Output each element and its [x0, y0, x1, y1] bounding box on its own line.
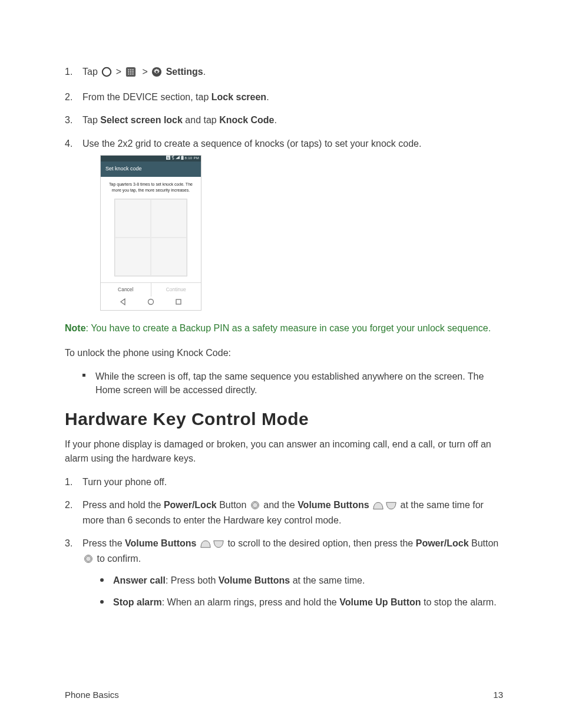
bluetooth-icon — [171, 156, 174, 162]
hw2-mid1: Button — [217, 500, 249, 510]
list-item: While the screen is off, tap the same se… — [82, 370, 503, 397]
apps-grid-icon — [125, 67, 136, 81]
volume-buttons-label-2: Volume Buttons — [125, 538, 196, 548]
hw-step-1: Turn your phone off. — [65, 475, 503, 489]
footer-section: Phone Basics — [65, 690, 119, 700]
knock-grid-cell — [151, 199, 187, 238]
step-3: Tap Select screen lock and tap Knock Cod… — [65, 113, 503, 127]
svg-rect-18 — [176, 299, 181, 304]
svg-point-4 — [132, 69, 133, 70]
volume-up-icon — [200, 538, 211, 552]
hardware-key-heading: Hardware Key Control Mode — [65, 409, 503, 429]
svg-point-3 — [130, 69, 131, 70]
recents-nav-icon — [175, 298, 182, 308]
knock-grid-cell — [151, 238, 187, 276]
volume-buttons-label-3: Volume Buttons — [219, 575, 290, 585]
hw-step-1-text: Turn your phone off. — [82, 477, 167, 487]
nfc-icon: N — [166, 156, 170, 162]
list-item: Answer call: Press both Volume Buttons a… — [100, 574, 503, 587]
svg-point-9 — [130, 73, 131, 74]
svg-point-10 — [132, 73, 133, 74]
step-3-mid: and tap — [183, 115, 219, 125]
home-nav-icon — [147, 298, 154, 308]
svg-point-2 — [128, 69, 129, 70]
svg-point-8 — [128, 73, 129, 74]
status-time: 8:10 PM — [185, 156, 199, 161]
note-text: : You have to create a Backup PIN as a s… — [86, 323, 491, 333]
phone-title-bar: Set knock code — [101, 162, 201, 177]
settings-gear-icon — [151, 67, 162, 81]
step-2-pre: From the DEVICE section, tap — [82, 92, 211, 102]
hw-step-3: Press the Volume Buttons to scroll to th… — [65, 536, 503, 609]
step-3-post: . — [275, 115, 277, 125]
battery-icon — [181, 156, 184, 162]
footer-page-number: 13 — [493, 690, 503, 700]
hw2-mid2: and the — [261, 500, 297, 510]
stop-alarm-t2: to stop the alarm. — [421, 597, 497, 607]
stop-alarm-label: Stop alarm — [113, 597, 162, 607]
step-1: Tap > > — [65, 65, 503, 81]
step-3-pre: Tap — [82, 115, 100, 125]
hw3-pre: Press the — [82, 538, 125, 548]
separator-1: > — [116, 67, 121, 77]
settings-label: Settings — [166, 67, 203, 77]
unlock-intro: To unlock the phone using Knock Code: — [65, 346, 503, 360]
separator-2: > — [142, 67, 147, 77]
knock-grid-cell — [115, 199, 151, 238]
steps-list-hardware-key: Turn your phone off. Press and hold the … — [65, 475, 503, 609]
svg-point-17 — [148, 299, 153, 304]
svg-point-0 — [103, 68, 111, 76]
knock-code-label: Knock Code — [219, 115, 274, 125]
note-label: Note — [65, 323, 86, 333]
svg-point-5 — [128, 71, 129, 73]
step-4: Use the 2x2 grid to create a sequence of… — [65, 137, 503, 311]
power-lock-label: Power/Lock — [164, 500, 217, 510]
home-circle-icon — [101, 67, 112, 81]
step-4-text: Use the 2x2 grid to create a sequence of… — [82, 139, 421, 149]
phone-screenshot: N 8:10 PM Set knock code Tap quarters 3-… — [100, 155, 201, 311]
lock-screen-label: Lock screen — [211, 92, 266, 102]
stop-alarm-t1: : When an alarm rings, press and hold th… — [162, 597, 340, 607]
cancel-button-image: Cancel — [101, 283, 151, 296]
volume-up-button-label: Volume Up Button — [339, 597, 421, 607]
hw3-mid1: to scroll to the desired option, then pr… — [225, 538, 416, 548]
step-1-end: . — [203, 67, 206, 77]
step-2: From the DEVICE section, tap Lock screen… — [65, 90, 503, 104]
hw2-pre: Press and hold the — [82, 500, 164, 510]
unlock-bullet-list: While the screen is off, tap the same se… — [65, 370, 503, 397]
volume-down-icon — [386, 500, 396, 513]
signal-icon — [176, 156, 180, 161]
power-button-icon — [84, 554, 93, 567]
knock-grid-cell — [115, 238, 151, 276]
list-item: Stop alarm: When an alarm rings, press a… — [100, 595, 503, 609]
power-lock-label-2: Power/Lock — [416, 538, 469, 548]
unlock-bullet-text: While the screen is off, tap the same se… — [95, 371, 484, 395]
note-paragraph: Note: You have to create a Backup PIN as… — [65, 321, 503, 335]
answer-call-t2: at the same time. — [290, 575, 365, 585]
hw3-post: to confirm. — [94, 554, 141, 564]
hardware-key-intro: If your phone display is damaged or brok… — [65, 437, 503, 466]
continue-button-image: Continue — [151, 283, 201, 296]
select-screen-lock-label: Select screen lock — [100, 115, 183, 125]
step-1-text: Tap — [82, 67, 98, 77]
hw-step-2: Press and hold the Power/Lock Button and… — [65, 498, 503, 527]
volume-up-icon — [373, 500, 384, 513]
svg-point-6 — [130, 71, 131, 73]
steps-list-knock-code: Tap > > — [65, 65, 503, 311]
svg-point-12 — [156, 71, 158, 73]
hw3-mid2: Button — [469, 538, 499, 548]
volume-down-icon — [213, 538, 224, 552]
knock-grid — [114, 199, 187, 276]
svg-rect-15 — [181, 156, 183, 160]
answer-call-label: Answer call — [113, 575, 166, 585]
page-footer: Phone Basics 13 — [65, 690, 503, 700]
phone-action-bar: Cancel Continue — [101, 282, 201, 296]
volume-buttons-label: Volume Buttons — [297, 500, 369, 510]
svg-point-7 — [132, 71, 133, 73]
phone-status-bar: N 8:10 PM — [101, 156, 201, 162]
answer-call-t1: : Press both — [166, 575, 219, 585]
power-button-icon — [250, 500, 260, 513]
phone-instructions: Tap quarters 3-8 times to set knock code… — [101, 177, 201, 197]
document-page: Tap > > — [0, 0, 562, 728]
hw-step-3-sublist: Answer call: Press both Volume Buttons a… — [82, 574, 503, 609]
